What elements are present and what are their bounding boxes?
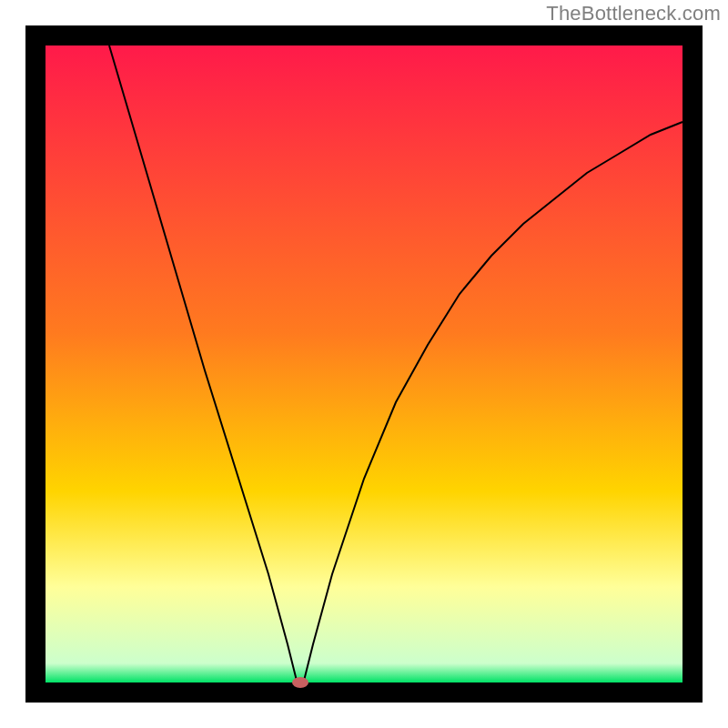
chart-frame [25, 25, 703, 703]
chart-plot [25, 25, 703, 703]
chart-container: TheBottleneck.com [0, 0, 728, 728]
optimum-marker [292, 677, 308, 688]
watermark-text: TheBottleneck.com [546, 2, 721, 25]
plot-background [46, 46, 682, 682]
